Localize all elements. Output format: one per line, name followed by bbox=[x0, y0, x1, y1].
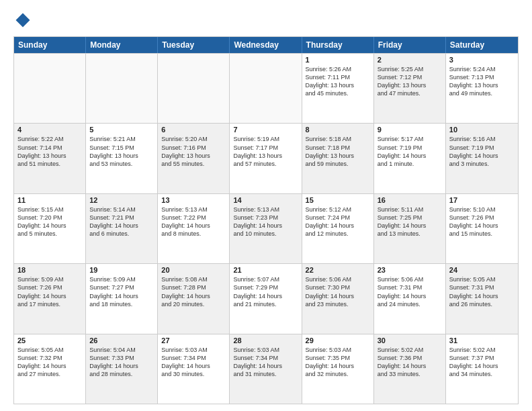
day-info: Sunrise: 5:20 AM Sunset: 7:16 PM Dayligh… bbox=[161, 135, 226, 168]
day-info: Sunrise: 5:12 AM Sunset: 7:24 PM Dayligh… bbox=[306, 205, 370, 238]
day-cell-13: 13Sunrise: 5:13 AM Sunset: 7:22 PM Dayli… bbox=[158, 194, 230, 263]
day-cell-31: 31Sunrise: 5:02 AM Sunset: 7:37 PM Dayli… bbox=[446, 334, 518, 404]
day-number: 5 bbox=[89, 126, 154, 134]
day-number: 27 bbox=[161, 336, 226, 345]
day-cell-6: 6Sunrise: 5:20 AM Sunset: 7:16 PM Daylig… bbox=[158, 124, 230, 193]
day-info: Sunrise: 5:02 AM Sunset: 7:37 PM Dayligh… bbox=[449, 346, 515, 379]
day-cell-17: 17Sunrise: 5:10 AM Sunset: 7:26 PM Dayli… bbox=[446, 194, 518, 263]
day-info: Sunrise: 5:05 AM Sunset: 7:32 PM Dayligh… bbox=[17, 346, 82, 379]
day-info: Sunrise: 5:06 AM Sunset: 7:30 PM Dayligh… bbox=[306, 275, 370, 308]
day-cell-10: 10Sunrise: 5:16 AM Sunset: 7:19 PM Dayli… bbox=[446, 124, 518, 193]
day-cell-7: 7Sunrise: 5:19 AM Sunset: 7:17 PM Daylig… bbox=[230, 124, 302, 193]
day-info: Sunrise: 5:06 AM Sunset: 7:31 PM Dayligh… bbox=[378, 275, 442, 308]
empty-cell bbox=[14, 54, 86, 123]
day-info: Sunrise: 5:04 AM Sunset: 7:33 PM Dayligh… bbox=[89, 346, 154, 379]
empty-cell bbox=[158, 54, 230, 123]
day-cell-26: 26Sunrise: 5:04 AM Sunset: 7:33 PM Dayli… bbox=[86, 334, 158, 404]
day-number: 2 bbox=[378, 56, 442, 64]
day-number: 29 bbox=[306, 336, 370, 345]
day-number: 20 bbox=[161, 266, 226, 274]
day-number: 13 bbox=[161, 196, 226, 204]
day-number: 28 bbox=[233, 336, 298, 345]
day-number: 1 bbox=[306, 56, 370, 64]
day-info: Sunrise: 5:18 AM Sunset: 7:18 PM Dayligh… bbox=[306, 135, 370, 168]
day-cell-16: 16Sunrise: 5:11 AM Sunset: 7:25 PM Dayli… bbox=[374, 194, 446, 263]
day-cell-19: 19Sunrise: 5:09 AM Sunset: 7:27 PM Dayli… bbox=[86, 264, 158, 333]
day-number: 31 bbox=[449, 336, 515, 345]
day-number: 25 bbox=[17, 336, 82, 345]
day-number: 18 bbox=[17, 266, 82, 274]
day-info: Sunrise: 5:08 AM Sunset: 7:28 PM Dayligh… bbox=[161, 275, 226, 308]
calendar-header: SundayMondayTuesdayWednesdayThursdayFrid… bbox=[14, 37, 518, 53]
weekday-header-wednesday: Wednesday bbox=[230, 37, 302, 53]
day-number: 11 bbox=[17, 196, 82, 204]
day-number: 22 bbox=[306, 266, 370, 274]
day-cell-12: 12Sunrise: 5:14 AM Sunset: 7:21 PM Dayli… bbox=[86, 194, 158, 263]
day-cell-14: 14Sunrise: 5:13 AM Sunset: 7:23 PM Dayli… bbox=[230, 194, 302, 263]
day-cell-30: 30Sunrise: 5:02 AM Sunset: 7:36 PM Dayli… bbox=[374, 334, 446, 404]
day-info: Sunrise: 5:15 AM Sunset: 7:20 PM Dayligh… bbox=[17, 205, 82, 238]
calendar-row-0: 1Sunrise: 5:26 AM Sunset: 7:11 PM Daylig… bbox=[14, 53, 518, 123]
weekday-header-monday: Monday bbox=[86, 37, 158, 53]
day-info: Sunrise: 5:26 AM Sunset: 7:11 PM Dayligh… bbox=[306, 65, 370, 98]
day-number: 17 bbox=[449, 196, 515, 204]
logo bbox=[13, 11, 35, 30]
day-info: Sunrise: 5:10 AM Sunset: 7:26 PM Dayligh… bbox=[449, 205, 515, 238]
day-number: 10 bbox=[449, 126, 515, 134]
calendar-body: 1Sunrise: 5:26 AM Sunset: 7:11 PM Daylig… bbox=[14, 53, 518, 404]
day-number: 4 bbox=[17, 126, 82, 134]
calendar-row-4: 25Sunrise: 5:05 AM Sunset: 7:32 PM Dayli… bbox=[14, 334, 518, 404]
day-info: Sunrise: 5:19 AM Sunset: 7:17 PM Dayligh… bbox=[233, 135, 298, 168]
day-cell-24: 24Sunrise: 5:05 AM Sunset: 7:31 PM Dayli… bbox=[446, 264, 518, 333]
logo-icon bbox=[13, 11, 32, 30]
day-cell-4: 4Sunrise: 5:22 AM Sunset: 7:14 PM Daylig… bbox=[14, 124, 86, 193]
weekday-header-tuesday: Tuesday bbox=[158, 37, 230, 53]
empty-cell bbox=[230, 54, 302, 123]
day-cell-21: 21Sunrise: 5:07 AM Sunset: 7:29 PM Dayli… bbox=[230, 264, 302, 333]
day-cell-28: 28Sunrise: 5:03 AM Sunset: 7:34 PM Dayli… bbox=[230, 334, 302, 404]
day-cell-15: 15Sunrise: 5:12 AM Sunset: 7:24 PM Dayli… bbox=[302, 194, 374, 263]
day-number: 23 bbox=[378, 266, 442, 274]
day-cell-1: 1Sunrise: 5:26 AM Sunset: 7:11 PM Daylig… bbox=[302, 54, 374, 123]
weekday-header-saturday: Saturday bbox=[446, 37, 518, 53]
day-info: Sunrise: 5:03 AM Sunset: 7:34 PM Dayligh… bbox=[233, 346, 298, 379]
day-info: Sunrise: 5:11 AM Sunset: 7:25 PM Dayligh… bbox=[378, 205, 442, 238]
page: SundayMondayTuesdayWednesdayThursdayFrid… bbox=[0, 0, 532, 411]
calendar-row-2: 11Sunrise: 5:15 AM Sunset: 7:20 PM Dayli… bbox=[14, 193, 518, 263]
day-cell-18: 18Sunrise: 5:09 AM Sunset: 7:26 PM Dayli… bbox=[14, 264, 86, 333]
day-cell-2: 2Sunrise: 5:25 AM Sunset: 7:12 PM Daylig… bbox=[374, 54, 446, 123]
day-number: 21 bbox=[233, 266, 298, 274]
day-info: Sunrise: 5:09 AM Sunset: 7:27 PM Dayligh… bbox=[89, 275, 154, 308]
day-cell-20: 20Sunrise: 5:08 AM Sunset: 7:28 PM Dayli… bbox=[158, 264, 230, 333]
day-info: Sunrise: 5:17 AM Sunset: 7:19 PM Dayligh… bbox=[378, 135, 442, 168]
svg-marker-0 bbox=[16, 13, 30, 28]
day-number: 15 bbox=[306, 196, 370, 204]
day-info: Sunrise: 5:25 AM Sunset: 7:12 PM Dayligh… bbox=[378, 65, 442, 98]
calendar-row-1: 4Sunrise: 5:22 AM Sunset: 7:14 PM Daylig… bbox=[14, 123, 518, 193]
weekday-header-sunday: Sunday bbox=[14, 37, 86, 53]
day-cell-8: 8Sunrise: 5:18 AM Sunset: 7:18 PM Daylig… bbox=[302, 124, 374, 193]
day-info: Sunrise: 5:03 AM Sunset: 7:35 PM Dayligh… bbox=[306, 346, 370, 379]
day-number: 24 bbox=[449, 266, 515, 274]
day-info: Sunrise: 5:07 AM Sunset: 7:29 PM Dayligh… bbox=[233, 275, 298, 308]
day-number: 14 bbox=[233, 196, 298, 204]
day-info: Sunrise: 5:03 AM Sunset: 7:34 PM Dayligh… bbox=[161, 346, 226, 379]
day-number: 26 bbox=[89, 336, 154, 345]
day-info: Sunrise: 5:21 AM Sunset: 7:15 PM Dayligh… bbox=[89, 135, 154, 168]
day-info: Sunrise: 5:02 AM Sunset: 7:36 PM Dayligh… bbox=[378, 346, 442, 379]
day-info: Sunrise: 5:22 AM Sunset: 7:14 PM Dayligh… bbox=[17, 135, 82, 168]
header bbox=[13, 11, 519, 30]
day-cell-9: 9Sunrise: 5:17 AM Sunset: 7:19 PM Daylig… bbox=[374, 124, 446, 193]
day-info: Sunrise: 5:09 AM Sunset: 7:26 PM Dayligh… bbox=[17, 275, 82, 308]
day-info: Sunrise: 5:13 AM Sunset: 7:22 PM Dayligh… bbox=[161, 205, 226, 238]
day-number: 6 bbox=[161, 126, 226, 134]
day-cell-3: 3Sunrise: 5:24 AM Sunset: 7:13 PM Daylig… bbox=[446, 54, 518, 123]
weekday-header-thursday: Thursday bbox=[302, 37, 374, 53]
day-cell-5: 5Sunrise: 5:21 AM Sunset: 7:15 PM Daylig… bbox=[86, 124, 158, 193]
empty-cell bbox=[86, 54, 158, 123]
day-number: 9 bbox=[378, 126, 442, 134]
day-number: 16 bbox=[378, 196, 442, 204]
day-number: 12 bbox=[89, 196, 154, 204]
weekday-header-friday: Friday bbox=[374, 37, 446, 53]
day-info: Sunrise: 5:24 AM Sunset: 7:13 PM Dayligh… bbox=[449, 65, 515, 98]
